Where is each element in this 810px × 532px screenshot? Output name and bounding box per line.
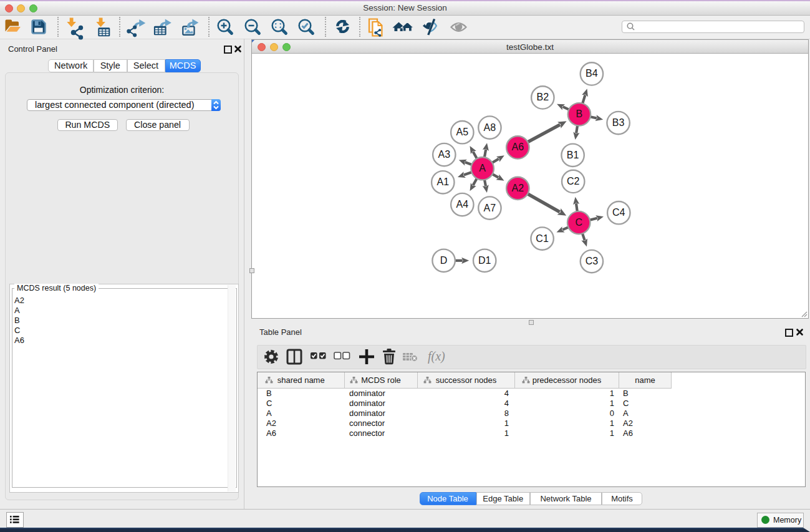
svg-text:C3: C3 (586, 256, 599, 266)
svg-text:D1: D1 (478, 255, 491, 266)
svg-text:A1: A1 (437, 177, 450, 187)
svg-text:A2: A2 (512, 183, 524, 193)
svg-text:B: B (576, 109, 583, 119)
svg-text:B2: B2 (537, 92, 549, 102)
svg-text:A: A (479, 163, 486, 173)
svg-text:B4: B4 (586, 68, 598, 79)
svg-text:A7: A7 (484, 203, 496, 213)
svg-text:A4: A4 (456, 199, 469, 210)
svg-text:A5: A5 (456, 127, 469, 137)
svg-text:C: C (575, 217, 582, 228)
svg-text:D: D (440, 255, 448, 266)
svg-text:A3: A3 (438, 149, 451, 160)
svg-text:A8: A8 (484, 122, 496, 133)
svg-text:C1: C1 (536, 233, 549, 244)
svg-text:B1: B1 (567, 150, 579, 160)
svg-text:A6: A6 (512, 142, 524, 152)
svg-text:C2: C2 (567, 176, 580, 186)
svg-text:B3: B3 (612, 117, 625, 128)
svg-text:C4: C4 (612, 207, 625, 218)
